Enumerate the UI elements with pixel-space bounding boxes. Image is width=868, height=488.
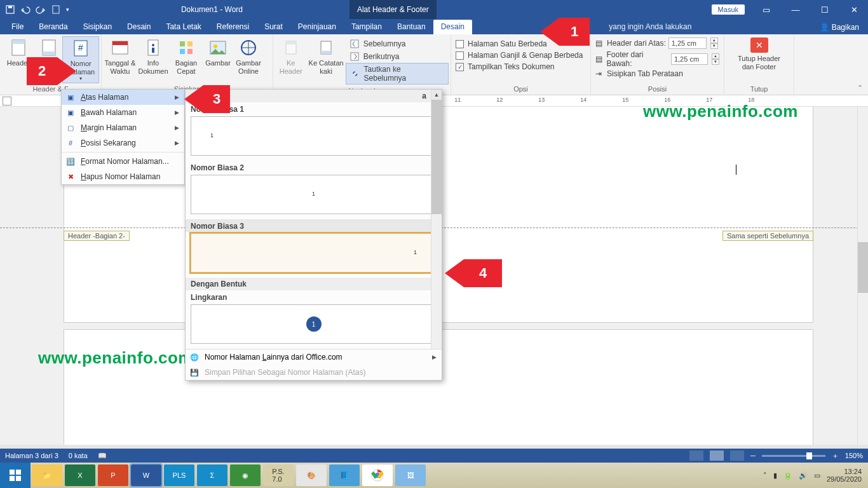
- tab-hf-design[interactable]: Desain: [433, 20, 472, 34]
- previous-button[interactable]: Sebelumnya: [346, 37, 449, 50]
- vertical-scrollbar[interactable]: [857, 107, 868, 445]
- zoom-in-icon[interactable]: ＋: [832, 451, 839, 461]
- taskbar-app-icon[interactable]: ◉: [230, 464, 261, 486]
- menu-bottom-of-page[interactable]: ▣ Bawah Halaman ▶: [62, 105, 184, 120]
- current-pos-icon: #: [65, 138, 76, 148]
- taskbar-notepad-icon[interactable]: 📘: [329, 464, 360, 486]
- status-page[interactable]: Halaman 3 dari 3: [5, 452, 58, 459]
- tab-file[interactable]: File: [4, 20, 31, 34]
- tray-lang-icon[interactable]: ▭: [814, 471, 820, 480]
- undo-icon[interactable]: [20, 4, 31, 15]
- gallery-plain-number-3[interactable]: 1: [191, 233, 437, 273]
- gallery-plain-number-2[interactable]: 1: [191, 175, 437, 214]
- online-picture-button[interactable]: Gambar Online: [233, 36, 264, 76]
- redo-icon[interactable]: [36, 4, 46, 15]
- tab-home[interactable]: Beranda: [31, 20, 75, 34]
- window-title: Dokumen1 - Word: [74, 5, 349, 14]
- zoom-slider[interactable]: [762, 455, 825, 457]
- taskbar-ps7-icon[interactable]: P.S.7.0: [263, 464, 294, 486]
- group-label-position: Posisi: [591, 84, 724, 95]
- menu-remove-page-numbers[interactable]: ✖ Hapus Nomor Halaman: [62, 169, 184, 184]
- taskbar-paint-icon[interactable]: 🎨: [296, 464, 327, 486]
- tab-insert[interactable]: Sisipkan: [76, 20, 119, 34]
- tab-references[interactable]: Referensi: [209, 20, 257, 34]
- touch-mode-icon[interactable]: [51, 4, 61, 15]
- save-icon[interactable]: [5, 4, 15, 15]
- minimize-button[interactable]: ―: [782, 0, 810, 19]
- gallery-plain-number-1[interactable]: 1: [191, 116, 437, 156]
- maximize-button[interactable]: ☐: [811, 0, 839, 19]
- start-button[interactable]: [0, 463, 31, 488]
- tab-help[interactable]: Bantuan: [390, 20, 433, 34]
- tray-network-icon[interactable]: ▮: [773, 471, 777, 480]
- menu-top-of-page[interactable]: ▣ Atas Halaman ▶: [62, 90, 184, 105]
- header-from-top-input[interactable]: 1,25 cm: [668, 37, 707, 49]
- menu-page-margins[interactable]: ▢ Margin Halaman ▶: [62, 120, 184, 135]
- tell-me-box[interactable]: yang ingin Anda lakukan: [583, 20, 699, 34]
- taskbar-excel-icon[interactable]: X: [65, 464, 95, 486]
- spinner-icon[interactable]: ▲▼: [710, 37, 718, 49]
- taskbar-sigma-icon[interactable]: Σ: [197, 464, 227, 486]
- zoom-level[interactable]: 150%: [845, 452, 863, 459]
- header-from-top-row[interactable]: ▤ Header dari Atas: 1,25 cm ▲▼: [593, 37, 722, 50]
- gallery-scrollbar[interactable]: ▲▼: [431, 90, 442, 349]
- remove-icon: ✖: [65, 172, 76, 182]
- page-top-icon: ▣: [65, 92, 76, 102]
- menu-format-page-numbers[interactable]: 🔢 Format Nomor Halaman...: [62, 154, 184, 169]
- quick-parts-button[interactable]: Bagian Cepat: [170, 36, 203, 76]
- link-previous-button[interactable]: Tautkan ke Sebelumnya: [346, 63, 449, 85]
- taskbar-word-icon[interactable]: W: [131, 464, 161, 486]
- zoom-out-icon[interactable]: ─: [750, 452, 756, 459]
- web-layout-icon[interactable]: [730, 451, 744, 461]
- insert-alignment-tab-button[interactable]: ⇥ Sisipkan Tab Perataan: [593, 69, 722, 79]
- tab-view[interactable]: Tampilan: [344, 20, 390, 34]
- svg-rect-13: [152, 48, 154, 53]
- print-layout-icon[interactable]: [710, 451, 724, 461]
- show-document-text-check[interactable]: ✓Tampilkan Teks Dokumen: [453, 61, 588, 72]
- footer-from-bottom-input[interactable]: 1,25 cm: [671, 53, 708, 65]
- picture-button[interactable]: Gambar: [203, 36, 233, 76]
- share-button[interactable]: 👤Bagikan: [811, 20, 868, 34]
- date-time-button[interactable]: Tanggal & Waktu: [104, 36, 137, 76]
- tab-design[interactable]: Desain: [119, 20, 158, 34]
- goto-header-button[interactable]: Ke Header: [275, 36, 306, 86]
- tray-volume-icon[interactable]: 🔊: [799, 471, 808, 480]
- taskbar-powerpoint-icon[interactable]: P: [98, 464, 128, 486]
- close-header-footer-button[interactable]: ✕ Tutup Header dan Footer: [728, 36, 791, 72]
- doc-info-button[interactable]: Info Dokumen: [137, 36, 170, 76]
- submenu-arrow-icon: ▶: [432, 354, 437, 360]
- taskbar-explorer-icon[interactable]: 📁: [32, 464, 62, 486]
- svg-rect-27: [10, 470, 15, 475]
- gallery-circle[interactable]: 1: [191, 304, 437, 344]
- ribbon-display-icon[interactable]: ▭: [752, 0, 780, 19]
- menu-current-position[interactable]: # Posisi Sekarang ▶: [62, 135, 184, 151]
- taskbar-photos-icon[interactable]: 🖼: [395, 464, 426, 486]
- text-cursor: [736, 165, 736, 175]
- qat-more-icon[interactable]: ▾: [66, 6, 69, 13]
- tab-mailings[interactable]: Surat: [257, 20, 290, 34]
- taskbar-pls-icon[interactable]: PLS: [164, 464, 194, 486]
- page-number-menu: ▣ Atas Halaman ▶ ▣ Bawah Halaman ▶ ▢ Mar…: [61, 89, 185, 185]
- gallery-item-label: Nomor Biasa 3: [186, 219, 442, 232]
- status-word-count[interactable]: 0 kata: [69, 452, 88, 459]
- close-button[interactable]: ✕: [840, 0, 868, 19]
- tab-review[interactable]: Peninjauan: [290, 20, 344, 34]
- footer-from-bottom-row[interactable]: ▤ Footer dari Bawah: 1,25 cm ▲▼: [593, 50, 722, 69]
- tray-chevron-icon[interactable]: ˄: [763, 471, 767, 480]
- system-tray[interactable]: ˄ ▮ 🔋 🔊 ▭ 13:24 29/05/2020: [757, 468, 868, 483]
- tab-layout[interactable]: Tata Letak: [158, 20, 208, 34]
- tray-battery-icon[interactable]: 🔋: [783, 471, 792, 480]
- goto-footer-button[interactable]: Ke Catatan kaki: [306, 36, 345, 86]
- tray-clock[interactable]: 13:24 29/05/2020: [827, 468, 862, 483]
- group-label-close: Tutup: [724, 84, 794, 95]
- different-odd-even-check[interactable]: Halaman Ganjil & Genap Berbeda: [453, 50, 588, 61]
- tab-selector-icon[interactable]: [3, 97, 11, 105]
- next-button[interactable]: Berikutnya: [346, 50, 449, 63]
- status-proofing-icon[interactable]: 📖: [98, 452, 107, 460]
- read-mode-icon[interactable]: [689, 451, 703, 461]
- gallery-more-from-office[interactable]: 🌐 Nomor Halaman Lainnya dari Office.com …: [186, 349, 442, 365]
- taskbar-chrome-icon[interactable]: [362, 464, 393, 486]
- collapse-ribbon-icon[interactable]: ⌃: [857, 84, 863, 92]
- spinner-icon[interactable]: ▲▼: [712, 53, 719, 65]
- sign-in-button[interactable]: Masuk: [712, 4, 745, 15]
